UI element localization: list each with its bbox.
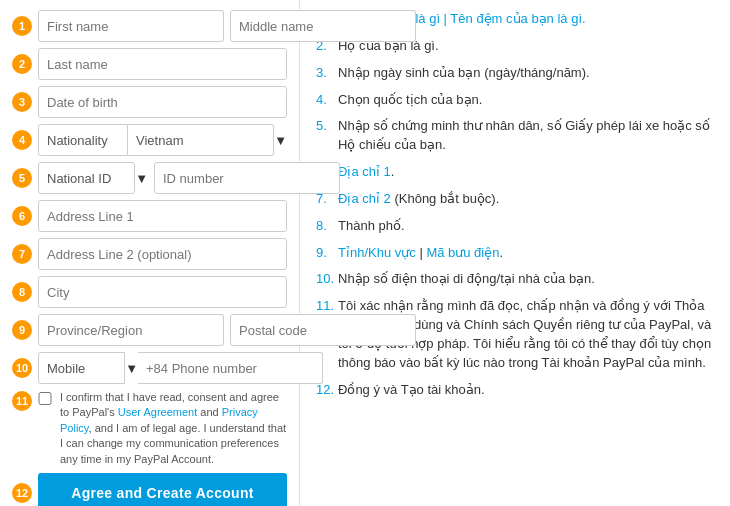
checkbox-wrapper: I confirm that I have read, consent and … [38, 390, 287, 467]
city-input[interactable] [38, 276, 287, 308]
step-2: 2 [12, 54, 32, 74]
instruction-9: 9. Tỉnh/Khu vực | Mã bưu điện. [316, 244, 714, 263]
instruction-3: 3. Nhập ngày sinh của bạn (ngày/tháng/nă… [316, 64, 714, 83]
last-name-input[interactable] [38, 48, 287, 80]
national-id-select-wrapper: National ID Passport Driver License ▼ [38, 162, 148, 194]
instruction-7: 7. Địa chỉ 2 (Không bắt buộc). [316, 190, 714, 209]
address2-input[interactable] [38, 238, 287, 270]
id-number-input[interactable] [154, 162, 340, 194]
step-7: 7 [12, 244, 32, 264]
row-10: 10 Mobile Home Work ▼ [12, 352, 287, 384]
nationality-label: Nationality [38, 124, 128, 156]
step-5: 5 [12, 168, 32, 188]
row-4: 4 Nationality Vietnam United States Japa… [12, 124, 287, 156]
step-9: 9 [12, 320, 32, 340]
instruction-8: 8. Thành phố. [316, 217, 714, 236]
row-5: 5 National ID Passport Driver License ▼ [12, 162, 287, 194]
row-7: 7 [12, 238, 287, 270]
row-11: 11 I confirm that I have read, consent a… [12, 390, 287, 467]
row-3: 3 [12, 86, 287, 118]
nationality-select-wrapper: Vietnam United States Japan Other ▼ [128, 124, 287, 156]
step-3: 3 [12, 92, 32, 112]
instruction-4: 4. Chọn quốc tịch của bạn. [316, 91, 714, 110]
row-6: 6 [12, 200, 287, 232]
user-agreement-link[interactable]: User Agreement [118, 406, 197, 418]
row-2: 2 [12, 48, 287, 80]
instructions-panel: 1. Tên của bạn là gì | Tên đệm của bạn l… [300, 0, 730, 506]
date-of-birth-input[interactable] [38, 86, 287, 118]
address1-input[interactable] [38, 200, 287, 232]
first-name-input[interactable] [38, 10, 224, 42]
province-input[interactable] [38, 314, 224, 346]
phone-wrapper: Mobile Home Work ▼ [38, 352, 323, 384]
chevron-down-icon: ▼ [125, 361, 138, 376]
consent-checkbox[interactable] [38, 392, 52, 405]
form-panel: 1 2 3 4 Nationality Vietnam United State… [0, 0, 300, 506]
consent-text: I confirm that I have read, consent and … [60, 390, 287, 467]
chevron-down-icon: ▼ [274, 133, 287, 148]
national-id-select[interactable]: National ID Passport Driver License [38, 162, 135, 194]
submit-button[interactable]: Agree and Create Account [38, 473, 287, 506]
row-9: 9 [12, 314, 287, 346]
row-12: 12 Agree and Create Account [12, 473, 287, 506]
instruction-6: 6. Địa chỉ 1. [316, 163, 714, 182]
phone-type-wrapper: Mobile Home Work ▼ [38, 352, 138, 384]
instruction-12: 12. Đồng ý và Tạo tài khoản. [316, 381, 714, 400]
step-12: 12 [12, 483, 32, 503]
instruction-10: 10. Nhập số điện thoại di động/tại nhà c… [316, 270, 714, 289]
phone-input[interactable] [138, 352, 323, 384]
step-1: 1 [12, 16, 32, 36]
phone-type-select[interactable]: Mobile Home Work [38, 352, 125, 384]
instruction-5: 5. Nhập số chứng minh thư nhân dân, số G… [316, 117, 714, 155]
national-id-wrapper: National ID Passport Driver License ▼ [38, 162, 340, 194]
row-1: 1 [12, 10, 287, 42]
step-4: 4 [12, 130, 32, 150]
step-10: 10 [12, 358, 32, 378]
row-8: 8 [12, 276, 287, 308]
postal-input[interactable] [230, 314, 416, 346]
step-8: 8 [12, 282, 32, 302]
chevron-down-icon: ▼ [135, 171, 148, 186]
middle-name-input[interactable] [230, 10, 416, 42]
step-11: 11 [12, 391, 32, 411]
step-6: 6 [12, 206, 32, 226]
nationality-select[interactable]: Vietnam United States Japan Other [128, 124, 274, 156]
